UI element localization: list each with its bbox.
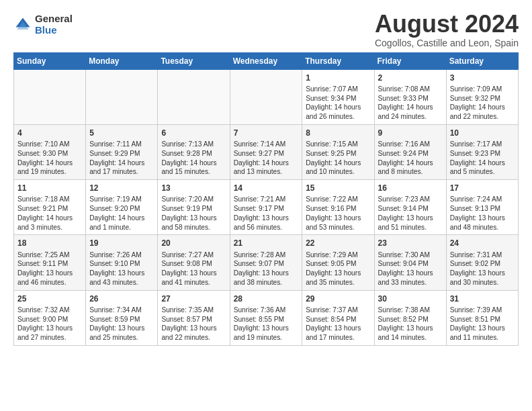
cell-content-line: Daylight: 14 hours and 17 minutes. (89, 158, 154, 177)
cell-content-line: Daylight: 14 hours and 3 minutes. (17, 214, 82, 232)
weekday-header-row: SundayMondayTuesdayWednesdayThursdayFrid… (14, 52, 519, 69)
cell-content-line: Sunset: 9:00 PM (17, 315, 82, 324)
weekday-header-monday: Monday (86, 52, 158, 69)
cell-content-line: Sunrise: 7:28 AM (234, 250, 299, 260)
cell-content-line: Daylight: 13 hours and 14 minutes. (378, 324, 443, 342)
cell-content-line: Sunset: 9:10 PM (89, 259, 154, 269)
cell-content-line: Daylight: 13 hours and 35 minutes. (306, 269, 370, 287)
cell-content-line: Daylight: 13 hours and 22 minutes. (161, 324, 226, 342)
cell-content-line: Sunset: 9:17 PM (234, 204, 299, 214)
day-number: 14 (234, 183, 299, 193)
weekday-header-tuesday: Tuesday (158, 52, 230, 69)
cell-content-line: Sunset: 9:33 PM (378, 94, 443, 103)
cell-content-line: Daylight: 14 hours and 10 minutes. (306, 158, 370, 177)
cell-content-line: Sunset: 9:04 PM (378, 259, 443, 269)
day-number: 17 (450, 183, 515, 193)
cell-content-line: Sunrise: 7:27 AM (161, 250, 226, 260)
calendar-cell: 31Sunrise: 7:39 AMSunset: 8:51 PMDayligh… (446, 290, 518, 345)
calendar-cell: 24Sunrise: 7:31 AMSunset: 9:02 PMDayligh… (446, 235, 518, 290)
cell-content-line: Sunrise: 7:23 AM (378, 195, 443, 204)
page-header: General Blue August 2024 Cogollos, Casti… (13, 11, 519, 48)
cell-content-line: Daylight: 13 hours and 48 minutes. (450, 214, 515, 232)
cell-content-line: Daylight: 14 hours and 22 minutes. (450, 103, 515, 122)
day-number: 16 (378, 183, 443, 193)
cell-content-line: Sunrise: 7:07 AM (306, 85, 370, 94)
cell-content-line: Sunrise: 7:22 AM (306, 195, 370, 204)
cell-content-line: Daylight: 14 hours and 19 minutes. (17, 158, 82, 177)
calendar-cell: 17Sunrise: 7:24 AMSunset: 9:13 PMDayligh… (446, 180, 518, 235)
cell-content-line: Daylight: 13 hours and 43 minutes. (89, 269, 154, 287)
location-subtitle: Cogollos, Castille and Leon, Spain (375, 38, 519, 48)
cell-content-line: Daylight: 13 hours and 46 minutes. (17, 269, 82, 287)
logo-blue-text: Blue (35, 25, 73, 36)
day-number: 21 (234, 238, 299, 248)
cell-content-line: Sunrise: 7:16 AM (378, 140, 443, 149)
cell-content-line: Daylight: 13 hours and 19 minutes. (234, 324, 299, 342)
cell-content-line: Sunrise: 7:11 AM (89, 140, 154, 149)
calendar-cell: 28Sunrise: 7:36 AMSunset: 8:55 PMDayligh… (230, 290, 302, 345)
day-number: 1 (306, 73, 370, 83)
calendar-cell: 29Sunrise: 7:37 AMSunset: 8:54 PMDayligh… (302, 290, 374, 345)
weekday-header-sunday: Sunday (14, 52, 86, 69)
cell-content-line: Daylight: 13 hours and 56 minutes. (234, 214, 299, 232)
cell-content-line: Daylight: 13 hours and 30 minutes. (450, 269, 515, 287)
month-year-title: August 2024 (375, 11, 519, 38)
cell-content-line: Sunset: 9:11 PM (17, 259, 82, 269)
day-number: 19 (89, 238, 154, 248)
cell-content-line: Sunset: 9:19 PM (161, 204, 226, 214)
day-number: 20 (161, 238, 226, 248)
cell-content-line: Sunset: 8:57 PM (161, 315, 226, 324)
cell-content-line: Sunset: 9:05 PM (306, 259, 370, 269)
calendar-week-row: 4Sunrise: 7:10 AMSunset: 9:30 PMDaylight… (14, 124, 519, 179)
title-block: August 2024 Cogollos, Castille and Leon,… (375, 11, 519, 48)
cell-content-line: Sunrise: 7:26 AM (89, 250, 154, 260)
calendar-cell: 16Sunrise: 7:23 AMSunset: 9:14 PMDayligh… (374, 180, 446, 235)
cell-content-line: Sunset: 9:14 PM (378, 204, 443, 214)
day-number: 6 (161, 128, 226, 138)
cell-content-line: Sunrise: 7:34 AM (89, 306, 154, 315)
cell-content-line: Daylight: 13 hours and 17 minutes. (306, 324, 370, 342)
day-number: 3 (450, 73, 515, 83)
cell-content-line: Sunrise: 7:18 AM (17, 195, 82, 204)
cell-content-line: Sunset: 9:21 PM (17, 204, 82, 214)
cell-content-line: Sunrise: 7:32 AM (17, 306, 82, 315)
cell-content-line: Sunrise: 7:14 AM (234, 140, 299, 149)
calendar-cell: 6Sunrise: 7:13 AMSunset: 9:28 PMDaylight… (158, 124, 230, 179)
day-number: 15 (306, 183, 370, 193)
cell-content-line: Sunrise: 7:17 AM (450, 140, 515, 149)
calendar-cell: 10Sunrise: 7:17 AMSunset: 9:23 PMDayligh… (446, 124, 518, 179)
cell-content-line: Sunset: 9:27 PM (234, 149, 299, 158)
calendar-cell: 22Sunrise: 7:29 AMSunset: 9:05 PMDayligh… (302, 235, 374, 290)
calendar-cell: 20Sunrise: 7:27 AMSunset: 9:08 PMDayligh… (158, 235, 230, 290)
day-number: 4 (17, 128, 82, 138)
calendar-cell: 18Sunrise: 7:25 AMSunset: 9:11 PMDayligh… (14, 235, 86, 290)
cell-content-line: Sunset: 8:52 PM (378, 315, 443, 324)
calendar-cell: 5Sunrise: 7:11 AMSunset: 9:29 PMDaylight… (86, 124, 158, 179)
cell-content-line: Sunrise: 7:37 AM (306, 306, 370, 315)
day-number: 27 (161, 293, 226, 304)
day-number: 2 (378, 73, 443, 83)
cell-content-line: Sunrise: 7:21 AM (234, 195, 299, 204)
day-number: 8 (306, 128, 370, 138)
calendar-cell: 13Sunrise: 7:20 AMSunset: 9:19 PMDayligh… (158, 180, 230, 235)
cell-content-line: Sunset: 9:30 PM (17, 149, 82, 158)
cell-content-line: Sunrise: 7:19 AM (89, 195, 154, 204)
calendar-cell: 8Sunrise: 7:15 AMSunset: 9:25 PMDaylight… (302, 124, 374, 179)
cell-content-line: Sunset: 9:23 PM (450, 149, 515, 158)
calendar-table: SundayMondayTuesdayWednesdayThursdayFrid… (13, 52, 519, 346)
cell-content-line: Daylight: 14 hours and 15 minutes. (161, 158, 226, 177)
calendar-cell (230, 69, 302, 124)
calendar-week-row: 18Sunrise: 7:25 AMSunset: 9:11 PMDayligh… (14, 235, 519, 290)
cell-content-line: Sunset: 9:25 PM (306, 149, 370, 158)
weekday-header-saturday: Saturday (446, 52, 518, 69)
day-number: 29 (306, 293, 370, 304)
cell-content-line: Daylight: 13 hours and 41 minutes. (161, 269, 226, 287)
cell-content-line: Daylight: 13 hours and 33 minutes. (378, 269, 443, 287)
day-number: 22 (306, 238, 370, 248)
logo-general-text: General (35, 13, 73, 25)
cell-content-line: Sunrise: 7:09 AM (450, 85, 515, 94)
cell-content-line: Sunset: 9:32 PM (450, 94, 515, 103)
calendar-cell: 4Sunrise: 7:10 AMSunset: 9:30 PMDaylight… (14, 124, 86, 179)
cell-content-line: Daylight: 13 hours and 25 minutes. (89, 324, 154, 342)
cell-content-line: Daylight: 14 hours and 24 minutes. (378, 103, 443, 122)
